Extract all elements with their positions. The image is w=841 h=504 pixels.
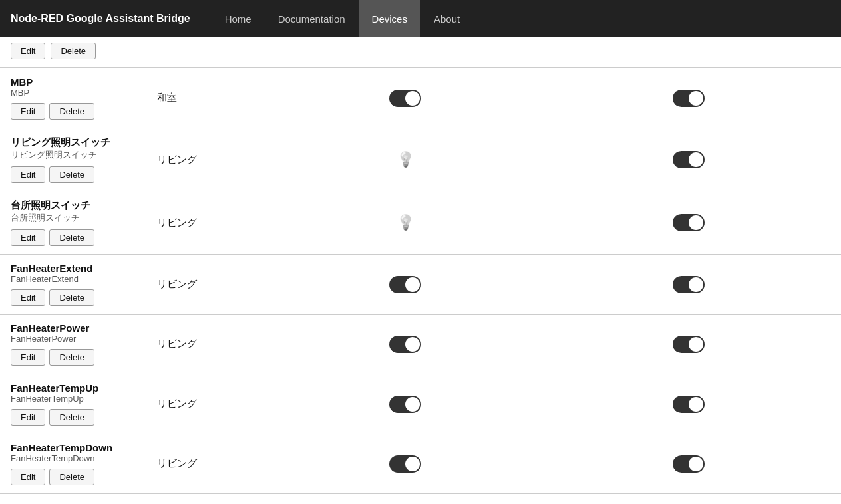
device-row: FanHeaterExtendFanHeaterExtendEditDelete… bbox=[0, 255, 841, 315]
device-name: 台所照明スイッチ bbox=[11, 199, 157, 212]
device-name: FanHeaterTempDown bbox=[11, 442, 157, 453]
delete-button[interactable]: Delete bbox=[49, 289, 94, 306]
toggle2[interactable] bbox=[673, 396, 705, 413]
device-name: リビング照明スイッチ bbox=[11, 136, 157, 149]
device-room: リビング bbox=[157, 154, 263, 166]
toggle2[interactable] bbox=[673, 214, 705, 231]
device-row: FanHeaterTempUpFanHeaterTempUpEditDelete… bbox=[0, 374, 841, 434]
nav-link-about[interactable]: About bbox=[420, 0, 473, 37]
device-name: FanHeaterPower bbox=[11, 322, 157, 334]
delete-button[interactable]: Delete bbox=[49, 469, 94, 485]
top-partial-row: Edit Delete bbox=[0, 37, 841, 68]
device-room: 和室 bbox=[157, 92, 263, 104]
top-delete-button[interactable]: Delete bbox=[51, 43, 96, 59]
top-edit-button[interactable]: Edit bbox=[11, 43, 45, 59]
edit-button[interactable]: Edit bbox=[11, 103, 45, 120]
device-id: リビング照明スイッチ bbox=[11, 149, 157, 161]
device-toggle2-col bbox=[547, 336, 830, 353]
device-info: MBPMBPEditDelete bbox=[11, 76, 157, 120]
device-toggle2-col bbox=[547, 151, 830, 168]
device-id: FanHeaterPower bbox=[11, 334, 157, 344]
nav-link-devices[interactable]: Devices bbox=[359, 0, 420, 37]
toggle1-knob bbox=[405, 457, 420, 471]
toggle2-knob bbox=[689, 337, 703, 352]
device-id: FanHeaterExtend bbox=[11, 274, 157, 284]
add-device-bar: Add Device bbox=[0, 494, 841, 504]
toggle2-knob bbox=[689, 277, 703, 292]
toggle2[interactable] bbox=[673, 90, 705, 107]
device-buttons: EditDelete bbox=[11, 229, 157, 246]
edit-button[interactable]: Edit bbox=[11, 409, 45, 426]
device-info: FanHeaterTempDownFanHeaterTempDownEditDe… bbox=[11, 442, 157, 485]
device-toggle2-col bbox=[547, 276, 830, 293]
edit-button[interactable]: Edit bbox=[11, 289, 45, 306]
toggle1[interactable] bbox=[389, 276, 421, 293]
toggle1[interactable] bbox=[389, 396, 421, 413]
device-buttons: EditDelete bbox=[11, 349, 157, 366]
toggle2[interactable] bbox=[673, 151, 705, 168]
nav-link-documentation[interactable]: Documentation bbox=[265, 0, 359, 37]
nav-link-home[interactable]: Home bbox=[212, 0, 265, 37]
edit-button[interactable]: Edit bbox=[11, 469, 45, 485]
device-toggle1-col bbox=[263, 276, 547, 293]
device-toggle2-col bbox=[547, 455, 830, 473]
toggle2[interactable] bbox=[673, 336, 705, 353]
device-name: FanHeaterTempUp bbox=[11, 382, 157, 394]
device-row: MBPMBPEditDelete和室 bbox=[0, 68, 841, 128]
device-buttons: EditDelete bbox=[11, 289, 157, 306]
toggle2[interactable] bbox=[673, 276, 705, 293]
device-toggle1-col: 💡 bbox=[263, 151, 547, 168]
toggle2-knob bbox=[689, 91, 703, 106]
lightbulb-icon[interactable]: 💡 bbox=[389, 151, 421, 168]
device-id: 台所照明スイッチ bbox=[11, 212, 157, 224]
device-room: リビング bbox=[157, 457, 263, 470]
device-info: FanHeaterPowerFanHeaterPowerEditDelete bbox=[11, 322, 157, 366]
device-toggle2-col bbox=[547, 214, 830, 231]
device-id: FanHeaterTempUp bbox=[11, 394, 157, 404]
device-room: リビング bbox=[157, 398, 263, 410]
toggle2-knob bbox=[689, 457, 703, 471]
device-id: FanHeaterTempDown bbox=[11, 453, 157, 463]
navbar: Node-RED Google Assistant Bridge HomeDoc… bbox=[0, 0, 841, 37]
device-buttons: EditDelete bbox=[11, 103, 157, 120]
toggle2-knob bbox=[689, 152, 703, 167]
delete-button[interactable]: Delete bbox=[49, 103, 94, 120]
device-room: リビング bbox=[157, 338, 263, 350]
device-row: FanHeaterPowerFanHeaterPowerEditDeleteリビ… bbox=[0, 315, 841, 374]
nav-links: HomeDocumentationDevicesAbout bbox=[212, 0, 473, 37]
device-buttons: EditDelete bbox=[11, 166, 157, 183]
edit-button[interactable]: Edit bbox=[11, 229, 45, 246]
lightbulb-icon[interactable]: 💡 bbox=[389, 214, 421, 231]
device-buttons: EditDelete bbox=[11, 469, 157, 485]
toggle1-knob bbox=[405, 277, 420, 292]
device-toggle1-col: 💡 bbox=[263, 214, 547, 231]
toggle1-knob bbox=[405, 397, 420, 412]
device-room: リビング bbox=[157, 217, 263, 229]
device-toggle2-col bbox=[547, 396, 830, 413]
toggle1[interactable] bbox=[389, 455, 421, 473]
device-id: MBP bbox=[11, 88, 157, 98]
toggle1-knob bbox=[405, 337, 420, 352]
toggle1-knob bbox=[405, 91, 420, 106]
device-row: リビング照明スイッチリビング照明スイッチEditDeleteリビング💡 bbox=[0, 128, 841, 191]
device-toggle1-col bbox=[263, 336, 547, 353]
nav-brand: Node-RED Google Assistant Bridge bbox=[11, 13, 190, 25]
device-name: FanHeaterExtend bbox=[11, 263, 157, 274]
device-info: リビング照明スイッチリビング照明スイッチEditDelete bbox=[11, 136, 157, 183]
device-name: MBP bbox=[11, 76, 157, 88]
device-buttons: EditDelete bbox=[11, 409, 157, 426]
toggle1[interactable] bbox=[389, 90, 421, 107]
device-room: リビング bbox=[157, 278, 263, 291]
toggle1[interactable] bbox=[389, 336, 421, 353]
delete-button[interactable]: Delete bbox=[49, 409, 94, 426]
edit-button[interactable]: Edit bbox=[11, 166, 45, 183]
device-toggle1-col bbox=[263, 90, 547, 107]
edit-button[interactable]: Edit bbox=[11, 349, 45, 366]
delete-button[interactable]: Delete bbox=[49, 166, 94, 183]
delete-button[interactable]: Delete bbox=[49, 229, 94, 246]
toggle2-knob bbox=[689, 215, 703, 230]
device-info: FanHeaterTempUpFanHeaterTempUpEditDelete bbox=[11, 382, 157, 426]
toggle2-knob bbox=[689, 397, 703, 412]
toggle2[interactable] bbox=[673, 455, 705, 473]
delete-button[interactable]: Delete bbox=[49, 349, 94, 366]
